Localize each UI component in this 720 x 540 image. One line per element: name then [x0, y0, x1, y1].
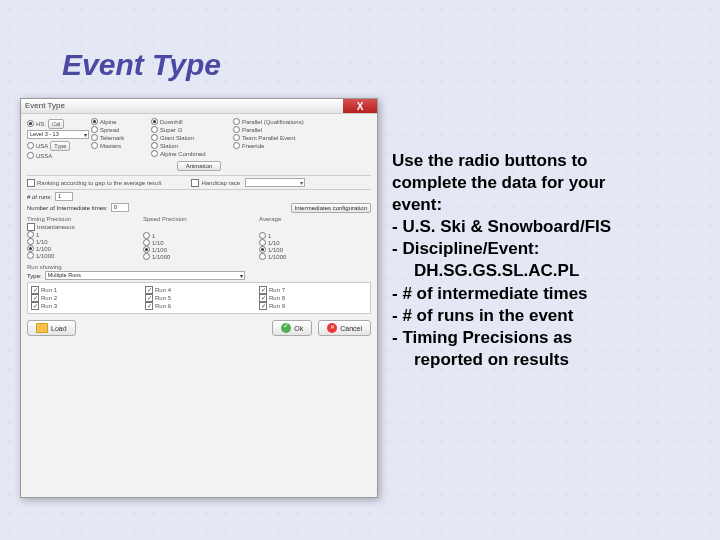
tp-100-label: 1/100 [36, 246, 51, 252]
animation-button[interactable]: Animation [177, 161, 222, 171]
type-button[interactable]: Type [50, 141, 70, 151]
cancel-button[interactable]: Cancel [318, 320, 371, 336]
sp-1000[interactable] [143, 253, 150, 260]
average-title: Average [259, 216, 371, 222]
run8-label: Run 8 [269, 295, 285, 301]
instr-line: - Timing Precisions as [392, 327, 692, 349]
run2-label: Run 2 [41, 295, 57, 301]
run6-cb[interactable] [145, 302, 153, 310]
radio-gs[interactable] [151, 134, 158, 141]
radio-freeride[interactable] [233, 142, 240, 149]
instr-line: - # of intermediate times [392, 283, 692, 305]
tp-1000[interactable] [27, 252, 34, 259]
handicap-label: Handicap race [201, 180, 240, 186]
sp-100[interactable] [143, 246, 150, 253]
run4-cb[interactable] [145, 286, 153, 294]
run5-label: Run 5 [155, 295, 171, 301]
instr-line: - U.S. Ski & Snowboard/FIS [392, 216, 692, 238]
radio-superg[interactable] [151, 126, 158, 133]
level-select[interactable]: Level 3 - 13 [27, 130, 89, 139]
radio-parallel-q[interactable] [233, 118, 240, 125]
radio-ac-label: Alpine Combined [160, 151, 206, 157]
av-10[interactable] [259, 239, 266, 246]
tp-10[interactable] [27, 238, 34, 245]
instr-line: Use the radio buttons to [392, 150, 692, 172]
sp-100-label: 1/100 [152, 247, 167, 253]
type-select[interactable]: Multiple Runs [45, 271, 245, 280]
sp-10-label: 1/10 [152, 240, 164, 246]
instr-line: DH.SG.GS.SL.AC.PL [392, 260, 692, 282]
timing-precision-title: Timing Precision [27, 216, 139, 222]
radio-downhill[interactable] [151, 118, 158, 125]
radio-spread[interactable] [91, 126, 98, 133]
tp-100[interactable] [27, 245, 34, 252]
cancel-icon [327, 323, 337, 333]
av-100[interactable] [259, 246, 266, 253]
sp-1[interactable] [143, 232, 150, 239]
tp-1[interactable] [27, 231, 34, 238]
av-10-label: 1/10 [268, 240, 280, 246]
runs-box: Run 1 Run 4 Run 7 Run 2 Run 5 Run 8 Run … [27, 282, 371, 314]
run8-cb[interactable] [259, 294, 267, 302]
instr-line: complete the data for your [392, 172, 692, 194]
load-button[interactable]: Load [27, 320, 76, 336]
radio-parallel-q-label: Parallel (Qualifications) [242, 119, 304, 125]
run2-cb[interactable] [31, 294, 39, 302]
sp-10[interactable] [143, 239, 150, 246]
run3-cb[interactable] [31, 302, 39, 310]
av-100-label: 1/100 [268, 247, 283, 253]
tp-1-label: 1 [36, 232, 39, 238]
run1-cb[interactable] [31, 286, 39, 294]
divider [27, 189, 371, 190]
radio-ussa[interactable] [27, 152, 34, 159]
load-icon [36, 323, 48, 333]
radio-usa[interactable] [27, 142, 34, 149]
run5-cb[interactable] [145, 294, 153, 302]
inter-config-button[interactable]: Intermediates configuration [291, 203, 371, 213]
cancel-label: Cancel [340, 325, 362, 332]
run1-label: Run 1 [41, 287, 57, 293]
run9-label: Run 9 [269, 303, 285, 309]
radio-usa-label: USA [36, 143, 48, 149]
radio-hs[interactable] [27, 120, 34, 127]
handicap-select[interactable] [245, 178, 305, 187]
ok-label: Ok [294, 325, 303, 332]
ranking-checkbox[interactable] [27, 179, 35, 187]
radio-downhill-label: Downhill [160, 119, 183, 125]
divider [27, 175, 371, 176]
run7-cb[interactable] [259, 286, 267, 294]
inter-input[interactable]: 0 [111, 203, 129, 212]
radio-ac[interactable] [151, 150, 158, 157]
org-column: HS:Cal Level 3 - 13 USAType USSA [27, 118, 89, 159]
av-1000[interactable] [259, 253, 266, 260]
runs-input[interactable]: 1 [55, 192, 73, 201]
inter-label: Number of Intermediate times: [27, 205, 108, 211]
radio-slalom[interactable] [151, 142, 158, 149]
radio-superg-label: Super G [160, 127, 182, 133]
run3-label: Run 3 [41, 303, 57, 309]
tp-instant-label: Instantaneous [37, 224, 75, 230]
radio-alpine-label: Alpine [100, 119, 117, 125]
radio-parallel[interactable] [233, 126, 240, 133]
radio-gs-label: Giant Slalom [160, 135, 194, 141]
av-1[interactable] [259, 232, 266, 239]
radio-freeride-label: Freeride [242, 143, 264, 149]
av-1-label: 1 [268, 233, 271, 239]
radio-telemark[interactable] [91, 134, 98, 141]
load-label: Load [51, 325, 67, 332]
radio-masters-label: Masters [100, 143, 121, 149]
run9-cb[interactable] [259, 302, 267, 310]
instructions: Use the radio buttons to complete the da… [392, 150, 692, 371]
handicap-checkbox[interactable] [191, 179, 199, 187]
ok-button[interactable]: Ok [272, 320, 312, 336]
radio-team-parallel[interactable] [233, 134, 240, 141]
radio-team-parallel-label: Team Parallel Event [242, 135, 295, 141]
radio-masters[interactable] [91, 142, 98, 149]
close-button[interactable]: X [343, 99, 377, 113]
radio-spread-label: Spread [100, 127, 119, 133]
tp-instant[interactable] [27, 223, 35, 231]
radio-alpine[interactable] [91, 118, 98, 125]
sp-1000-label: 1/1000 [152, 254, 170, 260]
sp-1-label: 1 [152, 233, 155, 239]
cal-button[interactable]: Cal [48, 119, 64, 129]
